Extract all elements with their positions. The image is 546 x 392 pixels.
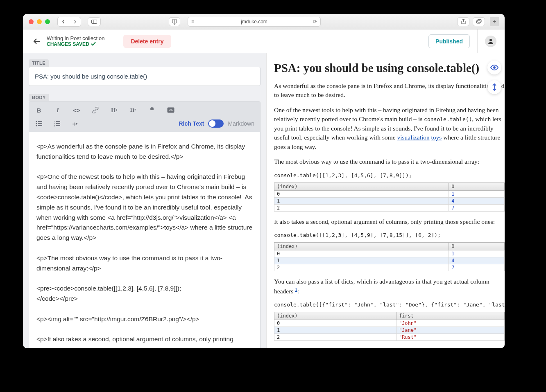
delete-entry-button[interactable]: Delete entry bbox=[123, 35, 171, 48]
url-text: jmduke.com bbox=[199, 19, 309, 25]
close-window-icon[interactable] bbox=[29, 19, 34, 24]
preview-link[interactable]: toys bbox=[431, 134, 442, 141]
body-field-label: BODY bbox=[29, 94, 49, 101]
minimize-window-icon[interactable] bbox=[37, 19, 42, 24]
svg-text:<>: <> bbox=[169, 108, 173, 112]
preview-title: PSA: you should be using console.table() bbox=[274, 61, 505, 75]
back-button[interactable] bbox=[31, 36, 43, 47]
maximize-window-icon[interactable] bbox=[45, 19, 50, 24]
body-field: B I <> H1 H2 ❝ <> bbox=[29, 101, 261, 348]
console-table: (index)first0"John"1"Jane"2"Rust" bbox=[274, 312, 505, 341]
checkmark-icon bbox=[91, 41, 96, 47]
italic-icon[interactable]: I bbox=[54, 107, 62, 114]
markdown-label[interactable]: Markdown bbox=[228, 120, 254, 127]
preview-code-block: console.table([{"first": "John", "last":… bbox=[274, 302, 505, 308]
numbered-list-icon[interactable]: 123 bbox=[53, 120, 61, 127]
h2-icon[interactable]: H2 bbox=[129, 107, 137, 113]
h1-icon[interactable]: H1 bbox=[110, 107, 118, 114]
mode-toggle[interactable] bbox=[208, 119, 224, 128]
title-input-wrap bbox=[29, 67, 261, 86]
svg-point-8 bbox=[36, 123, 37, 124]
main-split: TITLE BODY B I <> H1 bbox=[23, 53, 505, 348]
svg-rect-3 bbox=[478, 20, 481, 23]
window-controls bbox=[29, 19, 50, 24]
scroll-sync-icon[interactable] bbox=[487, 80, 501, 94]
svg-rect-0 bbox=[92, 20, 97, 23]
preview-paragraph: You can also pass a list of dicts, which… bbox=[274, 277, 505, 296]
richtext-label[interactable]: Rich Text bbox=[179, 120, 204, 127]
reload-icon[interactable]: ⟳ bbox=[309, 19, 317, 25]
app-header: Writing in Post collection CHANGES SAVED… bbox=[23, 29, 505, 53]
avatar[interactable] bbox=[485, 36, 496, 47]
svg-point-7 bbox=[36, 121, 37, 122]
link-icon[interactable] bbox=[91, 107, 100, 113]
svg-rect-2 bbox=[476, 20, 480, 23]
preview-paragraph: One of the newest tools to help with thi… bbox=[274, 106, 505, 151]
body-textarea[interactable]: <p>As wonderful as the console pane is i… bbox=[29, 132, 260, 348]
published-button[interactable]: Published bbox=[428, 34, 470, 48]
svg-point-9 bbox=[36, 125, 37, 126]
cms-app: Writing in Post collection CHANGES SAVED… bbox=[23, 29, 505, 348]
preview-paragraph: As wonderful as the console pane is in F… bbox=[274, 81, 505, 100]
preview-paragraph: And, with actual column headers, you can… bbox=[274, 347, 505, 348]
title-input[interactable] bbox=[29, 67, 260, 86]
editor-mode-toggle: Rich Text Markdown bbox=[179, 119, 254, 128]
share-icon[interactable] bbox=[457, 17, 469, 26]
preview-pane: PSA: you should be using console.table()… bbox=[267, 53, 505, 348]
save-status: CHANGES SAVED bbox=[47, 41, 104, 47]
reader-icon[interactable]: ≡ bbox=[191, 19, 199, 25]
back-nav-icon[interactable] bbox=[58, 17, 69, 26]
preview-code-block: console.table([[1,2,3], [4,5,9], [7,8,15… bbox=[274, 232, 505, 238]
codeblock-icon[interactable]: <> bbox=[167, 107, 175, 113]
preview-toggle-icon[interactable] bbox=[487, 61, 501, 74]
browser-titlebar: ≡ jmduke.com ⟳ + bbox=[23, 14, 505, 29]
preview-paragraph: The most obvious way to use the command … bbox=[274, 157, 505, 166]
console-table: (index)0011427 bbox=[274, 182, 505, 212]
privacy-shield-icon[interactable] bbox=[169, 17, 180, 26]
tabs-icon[interactable] bbox=[473, 17, 485, 26]
code-icon[interactable]: <> bbox=[72, 107, 81, 114]
new-tab-icon[interactable]: + bbox=[490, 17, 499, 26]
quote-icon[interactable]: ❝ bbox=[148, 106, 156, 115]
preview-code-block: console.table([[1,2,3], [4,5,6], [7,8,9]… bbox=[274, 172, 505, 178]
svg-point-19 bbox=[493, 66, 496, 69]
sidebar-toggle-icon[interactable] bbox=[88, 17, 101, 26]
browser-window: ≡ jmduke.com ⟳ + Writing in Post collect… bbox=[23, 14, 505, 348]
console-table: (index)0011427 bbox=[274, 242, 505, 271]
bullet-list-icon[interactable] bbox=[35, 120, 43, 127]
divider bbox=[477, 29, 478, 53]
svg-point-4 bbox=[489, 39, 492, 41]
add-more-icon[interactable]: +▾ bbox=[71, 120, 79, 127]
editor-pane: TITLE BODY B I <> H1 bbox=[23, 53, 267, 348]
title-field-label: TITLE bbox=[29, 59, 49, 67]
svg-text:3: 3 bbox=[54, 124, 55, 126]
forward-nav-icon[interactable] bbox=[69, 17, 81, 26]
editor-toolbar: B I <> H1 H2 ❝ <> bbox=[29, 101, 260, 132]
preview-link[interactable]: visualization bbox=[397, 134, 429, 141]
bold-icon[interactable]: B bbox=[35, 107, 43, 114]
preview-paragraph: It also takes a second, optional argumen… bbox=[274, 217, 505, 226]
collection-label: Writing in Post collection bbox=[47, 35, 104, 41]
nav-buttons bbox=[57, 17, 81, 27]
address-bar[interactable]: ≡ jmduke.com ⟳ bbox=[188, 17, 321, 27]
